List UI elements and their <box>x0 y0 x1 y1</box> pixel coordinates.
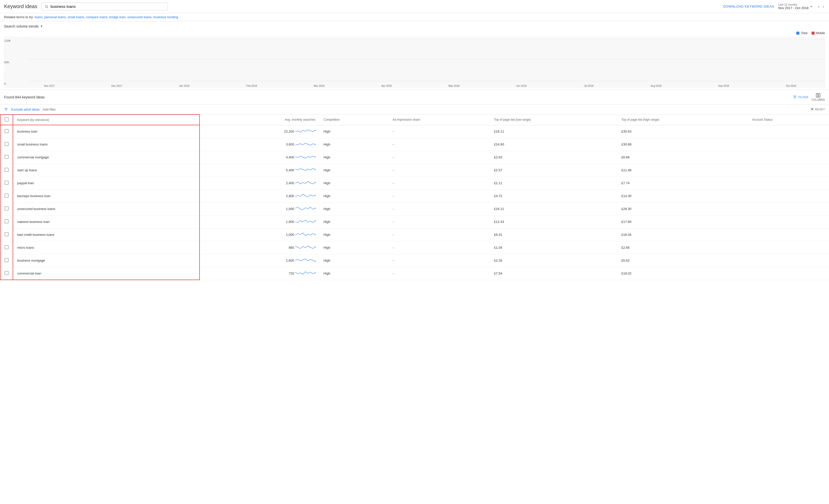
chart-title[interactable]: Search volume trends ▼ <box>4 24 825 28</box>
svg-point-15 <box>315 272 316 273</box>
svg-rect-2 <box>816 93 818 98</box>
table-row: paypal loan 2,400 High–£2.11£7.74 <box>0 177 829 190</box>
ad-impression-cell-1: – <box>388 138 490 151</box>
chart-collapse-icon: ▼ <box>40 25 43 28</box>
download-button[interactable]: DOWNLOAD KEYWORD IDEAS <box>723 5 774 8</box>
related-term-compare-loans[interactable]: compare loans <box>86 15 107 19</box>
related-term-small-loans[interactable]: small loans <box>68 15 84 19</box>
avg-monthly-cell-3: 5,400 <box>200 164 320 177</box>
competition-cell-7: High <box>320 215 388 228</box>
keyword-text-1: small business loans <box>17 143 47 146</box>
x-label-9: Aug 2018 <box>622 84 690 87</box>
bid-low-value-8: £6.41 <box>494 233 502 237</box>
related-term-personal-loans[interactable]: personal loans <box>44 15 66 19</box>
account-status-cell-4 <box>748 177 829 190</box>
header-keyword: Keyword (by relevance) <box>13 115 200 125</box>
row-checkbox-3[interactable] <box>5 168 9 172</box>
sparkline-4 <box>295 180 316 187</box>
bid-low-cell-2: £2.63 <box>490 151 617 164</box>
competition-value-4: High <box>324 181 330 185</box>
row-checkbox-7[interactable] <box>5 219 9 223</box>
nav-prev-arrow[interactable]: ‹ <box>817 4 820 9</box>
ad-impression-cell-5: – <box>388 190 490 202</box>
bid-high-cell-9: £2.66 <box>617 241 748 254</box>
ad-impression-cell-9: – <box>388 241 490 254</box>
sparkline-9 <box>295 244 316 251</box>
row-checkbox-10[interactable] <box>5 258 9 262</box>
keyword-text-10: business mortgage <box>17 259 45 262</box>
bid-low-cell-3: £2.57 <box>490 164 617 177</box>
search-input[interactable] <box>50 4 165 9</box>
x-label-7: Jun 2018 <box>488 84 555 87</box>
chart-title-text: Search volume trends <box>4 24 38 28</box>
bid-low-cell-8: £6.41 <box>490 228 617 241</box>
chart-section: Search volume trends ▼ Total Mobile 120K… <box>0 21 829 89</box>
row-checkbox-8[interactable] <box>5 232 9 236</box>
bid-high-cell-11: £18.02 <box>617 267 748 280</box>
ad-impression-cell-8: – <box>388 228 490 241</box>
ad-impression-cell-4: – <box>388 177 490 190</box>
row-checkbox-9[interactable] <box>5 245 9 249</box>
keyword-cell-1: small business loans <box>13 138 200 151</box>
competition-cell-5: High <box>320 190 388 202</box>
related-term-bridge-loan[interactable]: bridge loan <box>109 15 125 19</box>
row-checkbox-0[interactable] <box>5 129 9 133</box>
ad-impression-cell-10: – <box>388 254 490 267</box>
avg-monthly-cell-4: 2,400 <box>200 177 320 190</box>
bid-high-cell-6: £29.30 <box>617 202 748 215</box>
keyword-text-7: natwest business loan <box>17 220 50 224</box>
date-range-selector[interactable]: Last 12 months Nov 2017 - Oct 2018 <box>778 3 813 10</box>
competition-value-6: High <box>324 207 330 211</box>
nav-next-arrow[interactable]: › <box>822 4 825 9</box>
related-term-business-funding[interactable]: business funding <box>153 15 178 19</box>
nav-arrows: ‹ › <box>817 4 825 9</box>
bid-low-value-11: £7.54 <box>494 271 502 275</box>
related-terms: Related terms to try: loans, personal lo… <box>0 13 829 21</box>
sparkline-3 <box>295 166 316 174</box>
account-status-cell-5 <box>748 190 829 202</box>
add-filter-button[interactable]: Add filter <box>43 108 56 111</box>
competition-cell-8: High <box>320 228 388 241</box>
keyword-text-3: start up loans <box>17 168 37 172</box>
bid-high-value-0: £35.63 <box>621 129 632 133</box>
avg-value-0: 22,200 <box>282 129 294 133</box>
competition-cell-10: High <box>320 254 388 267</box>
reset-label[interactable]: RESET <box>815 108 825 111</box>
select-all-checkbox[interactable] <box>5 117 9 121</box>
reset-close-icon[interactable]: ✕ <box>810 107 814 112</box>
bid-high-cell-0: £35.63 <box>617 125 748 138</box>
columns-button[interactable]: COLUMNS <box>811 93 825 101</box>
filter-row: Exclude adult ideas Add filter ✕ RESET <box>0 105 829 114</box>
row-checkbox-4[interactable] <box>5 181 9 185</box>
keyword-cell-3: start up loans <box>13 164 200 177</box>
avg-value-7: 1,900 <box>282 220 294 224</box>
filter-button[interactable]: FILTER <box>793 95 808 100</box>
bid-high-value-4: £7.74 <box>621 181 630 185</box>
bid-low-value-10: £2.26 <box>494 259 502 262</box>
avg-value-4: 2,400 <box>282 181 294 185</box>
avg-monthly-cell-2: 4,400 <box>200 151 320 164</box>
chart-wrapper: 120K 60K 0 Nov 2017Dec 2017Jan 2018Feb 2… <box>4 37 825 87</box>
related-term-unsecured-loans[interactable]: unsecured loans <box>128 15 151 19</box>
account-status-cell-6 <box>748 202 829 215</box>
row-checkbox-6[interactable] <box>5 206 9 210</box>
row-checkbox-1[interactable] <box>5 142 9 146</box>
competition-value-2: High <box>324 155 330 159</box>
search-box[interactable] <box>41 3 168 10</box>
x-label-8: Jul 2018 <box>555 84 622 87</box>
header-bid-high: Top of page bid (high range) <box>617 115 748 125</box>
bid-low-cell-5: £4.72 <box>490 190 617 202</box>
keyword-cell-6: unsecured business loans <box>13 202 200 215</box>
exclude-adult-button[interactable]: Exclude adult ideas <box>11 108 40 111</box>
header-competition: Competition <box>320 115 388 125</box>
avg-monthly-cell-1: 3,600 <box>200 138 320 151</box>
row-checkbox-2[interactable] <box>5 155 9 159</box>
bid-low-value-2: £2.63 <box>494 155 502 159</box>
bid-low-value-0: £16.11 <box>494 129 504 133</box>
related-term-loans[interactable]: loans <box>35 15 42 19</box>
chart-y-axis: 120K 60K 0 <box>4 37 16 87</box>
row-checkbox-5[interactable] <box>5 194 9 198</box>
header-ad-impression: Ad impression share <box>388 115 490 125</box>
row-checkbox-11[interactable] <box>5 271 9 275</box>
ad-impression-value-8: – <box>393 233 394 237</box>
